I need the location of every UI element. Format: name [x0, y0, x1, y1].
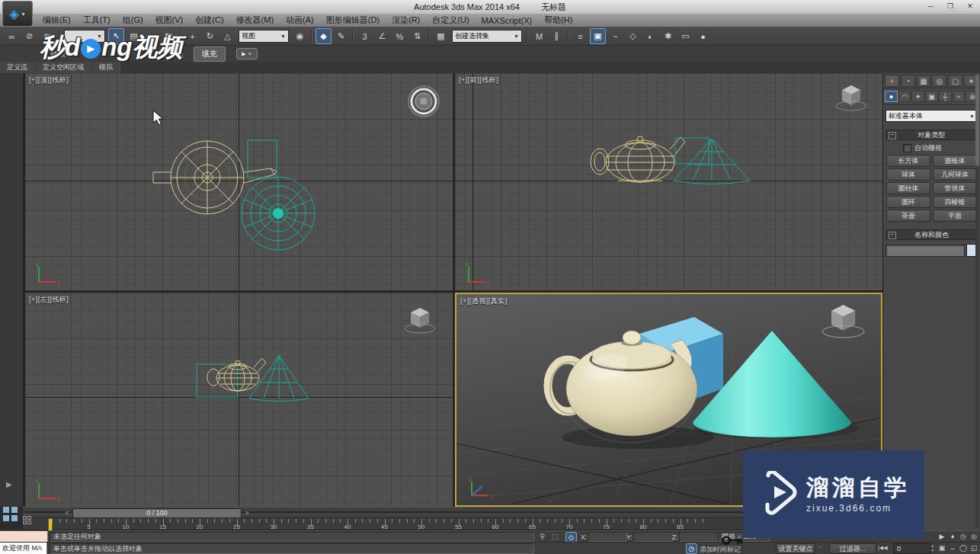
menu-item[interactable]: 视图(V) [149, 14, 190, 26]
percent-snap-toggle-icon[interactable]: % [392, 28, 408, 44]
panel-tab-hierarchy[interactable]: ▦ [917, 75, 931, 87]
edit-named-selection-sets-icon[interactable]: ▦ [433, 28, 449, 44]
panel-tab-modify[interactable]: ◔ [901, 75, 915, 87]
keyboard-shortcut-override-icon[interactable]: ✎ [333, 28, 349, 44]
next-frame-button[interactable]: > [242, 508, 251, 517]
pan-view-icon[interactable]: ↔ [948, 543, 957, 552]
select-and-manipulate-icon[interactable]: ◆ [315, 28, 331, 44]
auto-key-icon[interactable]: ~ [818, 543, 821, 551]
panel-tab-create[interactable]: + [885, 75, 899, 87]
viewcube-icon[interactable] [405, 308, 435, 333]
current-frame-field[interactable]: 0 [893, 543, 931, 554]
viewport-front[interactable]: [+][前][线框] [455, 73, 882, 290]
populate-button[interactable]: 定义流 [0, 62, 35, 73]
select-and-move-icon[interactable]: + [184, 28, 200, 44]
reference-coordinate-system-dropdown[interactable]: 视图▼ [239, 30, 289, 43]
motion-panel-shortcut-icon[interactable]: ◎ [969, 532, 978, 541]
curve-editor-icon[interactable]: ~ [607, 28, 623, 44]
time-configuration-icon[interactable]: ◷ [959, 532, 968, 541]
maxscript-mini-listener-output[interactable]: 欢迎使用 MA [0, 543, 47, 554]
x-coordinate-field[interactable] [588, 532, 627, 542]
menu-item[interactable]: 帮助(H) [538, 14, 578, 26]
menu-item[interactable]: 动画(A) [280, 14, 320, 26]
layer-explorer-icon[interactable]: ≡ [572, 28, 588, 44]
viewport-layout-small-icon[interactable] [23, 516, 33, 526]
set-key-button[interactable]: 设置关键点 [776, 543, 815, 554]
autogrid-checkbox[interactable] [903, 144, 911, 152]
maximize-viewport-toggle-icon[interactable]: ◱ [969, 543, 978, 552]
selection-lock-icon[interactable]: ⬚ [550, 532, 560, 541]
previous-frame-button[interactable]: < [62, 508, 72, 517]
use-pivot-point-center-icon[interactable]: ◉ [292, 28, 308, 44]
category-geometry-icon[interactable]: ● [885, 91, 898, 102]
video-dropdown-icon[interactable]: ▶▼ [236, 48, 258, 59]
viewport-layout-t tabs-icon[interactable] [2, 506, 19, 523]
category-helpers-icon[interactable]: ┼ [939, 91, 952, 102]
menu-item[interactable]: 渲染(R) [386, 14, 426, 26]
cone-top-wireframe[interactable] [242, 177, 315, 250]
menu-item[interactable]: 工具(T) [77, 14, 117, 26]
y-coordinate-field[interactable] [633, 532, 673, 542]
object-type-button[interactable]: 圆柱体 [886, 182, 930, 194]
z-coordinate-field[interactable] [679, 532, 719, 542]
named-selection-sets-dropdown[interactable]: 创建选择集▼ [452, 30, 522, 43]
category-lights-icon[interactable]: ✦ [911, 91, 924, 102]
object-type-button[interactable]: 球体 [886, 168, 930, 181]
object-type-button[interactable]: 平面 [933, 210, 977, 222]
panel-scrollbar[interactable] [975, 75, 979, 527]
spinner-snap-toggle-icon[interactable]: ⇅ [409, 28, 425, 44]
align-icon[interactable]: ∥ [549, 28, 565, 44]
maxscript-mini-listener-input[interactable] [0, 531, 48, 542]
box-top-wireframe[interactable] [248, 140, 277, 178]
panel-tab-display[interactable]: ▢ [948, 75, 962, 87]
select-and-link-icon[interactable]: ∞ [4, 28, 20, 44]
object-type-button[interactable]: 四棱锥 [933, 196, 977, 208]
key-filters-button[interactable]: 过滤器... [829, 543, 876, 554]
select-and-scale-icon[interactable]: △ [219, 28, 235, 44]
category-space-warps-icon[interactable]: ≈ [953, 91, 966, 102]
render-production-icon[interactable]: ● [695, 28, 711, 44]
viewport-top[interactable]: [+][顶][线框] [25, 73, 453, 290]
menu-item[interactable]: 自定义(U) [426, 14, 475, 26]
object-type-rollout-header[interactable]: − 对象类型 [886, 130, 978, 140]
unlink-selection-icon[interactable]: ⊘ [21, 28, 37, 44]
orbit-view-icon[interactable]: ◯ [959, 543, 968, 552]
play-animation-icon[interactable]: ▶ [937, 532, 946, 541]
app-logo-button[interactable]: ◈ ▼ [2, 1, 33, 27]
teapot-shaded[interactable] [548, 331, 697, 443]
isolate-selection-icon[interactable]: ⚲ [537, 532, 547, 541]
teapot-left-wireframe[interactable] [207, 358, 266, 391]
viewport-top-label[interactable]: [+][顶][线框] [29, 75, 69, 85]
object-type-button[interactable]: 圆锥体 [933, 155, 977, 167]
viewcube-icon[interactable] [822, 305, 864, 338]
graphite-ribbon-toggle-icon[interactable]: ▣ [590, 28, 606, 44]
rendered-frame-window-icon[interactable]: ▭ [677, 28, 693, 44]
menu-item[interactable]: 图形编辑器(D) [320, 14, 386, 26]
zoom-extents-all-icon[interactable]: ▣ [937, 543, 946, 552]
object-type-button[interactable]: 圆环 [886, 196, 930, 208]
category-cameras-icon[interactable]: ▣ [925, 91, 938, 102]
teapot-front-wireframe[interactable] [591, 136, 685, 182]
viewport-perspective-label[interactable]: [+][透视][真实] [460, 296, 508, 306]
frame-spinner[interactable]: ▲▼ [929, 543, 936, 552]
expand-arrow-icon[interactable]: ▶ [6, 480, 12, 488]
restore-button[interactable]: ❐ [943, 1, 957, 11]
angle-snap-toggle-icon[interactable]: ∠ [374, 28, 390, 44]
menu-item[interactable]: 修改器(M) [230, 14, 280, 26]
set-key-toggle-icon[interactable] [721, 533, 745, 547]
object-type-button[interactable]: 几何球体 [933, 168, 977, 181]
snaps-toggle-3d-icon[interactable]: 3 [357, 28, 373, 44]
mirror-icon[interactable]: M [531, 28, 547, 44]
panel-tab-motion[interactable]: ◎ [932, 75, 946, 87]
select-and-rotate-icon[interactable]: ↻ [202, 28, 218, 44]
absolute-mode-icon[interactable]: ◇ [565, 532, 577, 543]
object-type-button[interactable]: 茶壶 [886, 210, 930, 222]
menu-item[interactable]: 组(G) [117, 14, 149, 26]
object-type-button[interactable]: 管状体 [933, 182, 977, 194]
viewport-left[interactable]: [+][左][线框] [25, 293, 453, 507]
key-mode-toggle-icon[interactable]: ♦ [948, 532, 957, 541]
object-name-input[interactable] [886, 245, 965, 257]
schematic-view-icon[interactable]: ◇ [625, 28, 641, 44]
viewport-left-label[interactable]: [+][左][线框] [29, 295, 69, 305]
menu-item[interactable]: 创建(C) [189, 14, 229, 26]
